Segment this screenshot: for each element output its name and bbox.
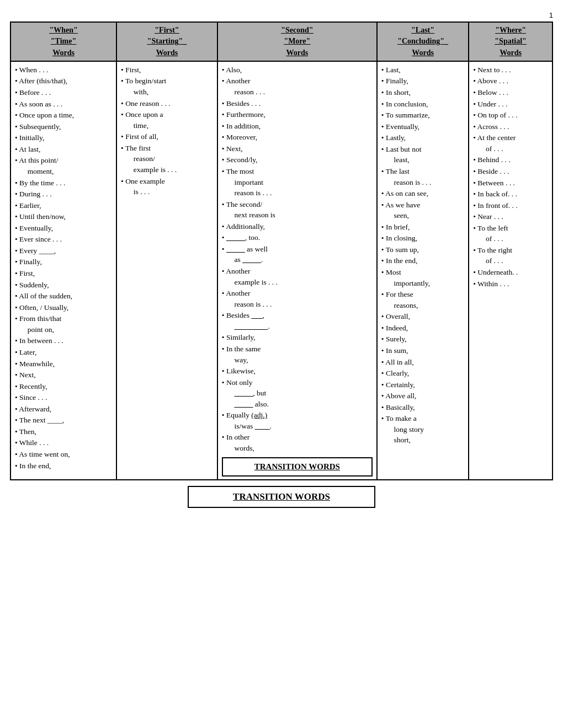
- list-item: Another reason is . . .: [222, 288, 373, 309]
- list-item: By the time . . .: [15, 178, 112, 189]
- list-item: _____ as well as _____.: [222, 244, 373, 265]
- list-item: Similarly,: [222, 332, 373, 343]
- where-list: Next to . . . Above . . . Below . . . Un…: [473, 65, 548, 289]
- list-item: Initially,: [15, 132, 112, 143]
- where-cell: Next to . . . Above . . . Below . . . Un…: [469, 61, 553, 480]
- list-item: Lastly,: [381, 132, 464, 143]
- list-item: Finally,: [15, 256, 112, 267]
- list-item: At the center of . . .: [473, 132, 548, 154]
- list-item: While . . .: [15, 437, 112, 448]
- list-item: Afterward,: [15, 404, 112, 415]
- list-item: Equally (adj.) is/was ____.: [222, 410, 373, 431]
- list-item: The next ____,: [15, 415, 112, 426]
- list-item: Next,: [15, 370, 112, 381]
- list-item: Surely,: [381, 334, 464, 345]
- list-item: Overall,: [381, 311, 464, 322]
- list-item: Furthermore,: [222, 109, 373, 120]
- list-item: Once upon a time,: [15, 110, 112, 121]
- list-item: The most important reason is . . .: [222, 166, 373, 199]
- list-item: Another example is . . .: [222, 266, 373, 287]
- list-item: At this point/ moment,: [15, 155, 112, 176]
- list-item: Another reason . . .: [222, 76, 373, 97]
- list-item: Earlier,: [15, 200, 112, 211]
- list-item: Behind . . .: [473, 154, 548, 165]
- list-item: Across . . .: [473, 121, 548, 132]
- list-item: The first reason/ example is . . .: [121, 143, 213, 175]
- col-header-last: "Last" "Concluding"_ Words: [377, 22, 469, 61]
- col-header-second: "Second" "More" Words: [217, 22, 377, 61]
- list-item: Eventually,: [15, 223, 112, 234]
- list-item: In brief,: [381, 222, 464, 233]
- first-list: First, To begin/start with, One reason .…: [121, 65, 213, 197]
- when-list: When . . . After (this/that), Before . .…: [15, 65, 112, 471]
- list-item: As soon as . . .: [15, 99, 112, 110]
- inner-title-box: TRANSITION WORDS: [222, 457, 373, 477]
- content-row: When . . . After (this/that), Before . .…: [10, 61, 553, 480]
- list-item: In conclusion,: [381, 99, 464, 110]
- list-item: Likewise,: [222, 366, 373, 377]
- last-list: Last, Finally, In short, In conclusion, …: [381, 65, 464, 446]
- list-item: Additionally,: [222, 221, 373, 232]
- list-item: First,: [121, 65, 213, 76]
- first-cell: First, To begin/start with, One reason .…: [116, 61, 217, 480]
- list-item: To summarize,: [381, 110, 464, 121]
- list-item: Recently,: [15, 381, 112, 392]
- list-item: Underneath. .: [473, 267, 548, 278]
- list-item: In closing,: [381, 233, 464, 244]
- col-header-where: "Where" "Spatial" Words: [469, 22, 553, 61]
- list-item: Once upon a time,: [121, 109, 213, 131]
- list-item: Beside . . .: [473, 166, 548, 177]
- second-list: Also, Another reason . . . Besides . . .…: [222, 65, 373, 454]
- list-item: One example is . . .: [121, 176, 213, 197]
- list-item: For these reasons,: [381, 289, 464, 311]
- list-item: Above all,: [381, 390, 464, 402]
- list-item: In front of. . .: [473, 200, 548, 211]
- list-item: From this/that point on,: [15, 313, 112, 335]
- list-item: Between . . .: [473, 178, 548, 189]
- transition-words-table: "When" "Time" Words "First" "Starting"_ …: [10, 22, 553, 480]
- list-item: The last reason is . . .: [381, 166, 464, 188]
- list-item: As on can see,: [381, 188, 464, 199]
- list-item: Often, / Usually,: [15, 302, 112, 313]
- list-item: The second/ next reason is: [222, 199, 373, 221]
- list-item: During . . .: [15, 189, 112, 200]
- list-item: To the left of . . .: [473, 223, 548, 244]
- list-item: Also,: [222, 65, 373, 76]
- list-item: To the right of . . .: [473, 245, 548, 266]
- list-item: When . . .: [15, 65, 112, 76]
- footer-title: TRANSITION WORDS: [188, 486, 375, 508]
- col-header-when: "When" "Time" Words: [10, 22, 116, 61]
- page-number: 1: [10, 11, 553, 19]
- list-item: _____, too.: [222, 232, 373, 243]
- list-item: First,: [15, 268, 112, 279]
- list-item: Subsequently,: [15, 121, 112, 132]
- list-item: Ever since . . .: [15, 234, 112, 245]
- list-item: In sum,: [381, 345, 464, 356]
- list-item: As we have seen,: [381, 200, 464, 221]
- header-row: "When" "Time" Words "First" "Starting"_ …: [10, 22, 553, 61]
- list-item: After (this/that),: [15, 76, 112, 87]
- list-item: First of all,: [121, 131, 213, 142]
- list-item: Certainly,: [381, 379, 464, 390]
- list-item: In back of. . .: [473, 189, 548, 200]
- list-item: Then,: [15, 426, 112, 437]
- list-item: All in all,: [381, 357, 464, 368]
- list-item: Above . . .: [473, 76, 548, 87]
- list-item: Near . . .: [473, 211, 548, 222]
- list-item: In the end,: [15, 461, 112, 472]
- list-item: Clearly,: [381, 368, 464, 379]
- list-item: Under . . .: [473, 99, 548, 110]
- list-item: Last but not least,: [381, 144, 464, 165]
- list-item: Most importantly,: [381, 267, 464, 288]
- list-item: In short,: [381, 87, 464, 98]
- list-item: One reason . . .: [121, 98, 213, 109]
- list-item: In the end,: [381, 255, 464, 266]
- list-item: In between . . .: [15, 335, 112, 346]
- list-item: On top of . . .: [473, 110, 548, 121]
- list-item: Later,: [15, 347, 112, 358]
- list-item: All of the sudden,: [15, 291, 112, 302]
- list-item: Suddenly,: [15, 280, 112, 291]
- list-item: In the same way,: [222, 344, 373, 365]
- when-cell: When . . . After (this/that), Before . .…: [10, 61, 116, 480]
- list-item: In other words,: [222, 432, 373, 453]
